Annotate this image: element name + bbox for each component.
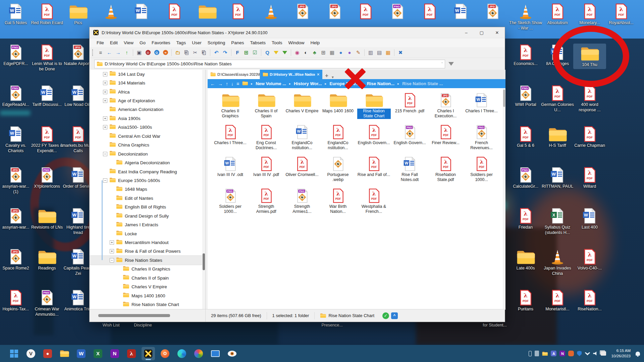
expand-icon[interactable]: + [103, 116, 107, 121]
find-button[interactable]: Q [263, 49, 271, 57]
back-button[interactable]: ← [105, 49, 113, 57]
desktop-icon-jpg[interactable]: JPG [476, 3, 509, 19]
breadcrumb-item-new-volume[interactable]: New Volume ... [256, 81, 286, 86]
desktop-icon-syllabus-quiz-students-h[interactable]: XSyllabus Quiz (students H... [541, 207, 574, 235]
file-item-charles-i-three[interactable]: WCharles I Three... [464, 92, 499, 123]
tree-item-asia1500-1800s[interactable]: +Asia1500- 1800s [90, 123, 205, 132]
desktop-icon-pdf[interactable]: λPDF [158, 3, 191, 19]
desktop-icon-folder[interactable] [191, 3, 224, 19]
taskbar-word-icon[interactable]: W [74, 347, 88, 360]
file-item-rise-fall-notes-odt[interactable]: WRise Fall Notes.odt [392, 155, 428, 187]
file-item-soldiers-per-1000[interactable]: λPDFSoldiers per 1000... [464, 155, 499, 187]
tree-item-charles-ii-of-spain[interactable]: Charles II of Spain [90, 274, 205, 282]
tools-wrench-button[interactable]: ✖ [396, 49, 405, 57]
menu-tabsets[interactable]: Tabsets [247, 39, 269, 47]
file-item-rise-and-fall-of[interactable]: λPDFRise and Fall of... [356, 155, 392, 187]
tree-item-rise-fall-of-great-powers[interactable]: +Rise & Fall of Great Powers [90, 247, 205, 256]
desktop-icon-last-400[interactable]: WLast 400 [573, 207, 606, 230]
brush-button[interactable]: ✎ [354, 49, 362, 57]
desktop-icon-calculategr[interactable]: PNGCalculateGr... [509, 166, 542, 189]
forward-button[interactable]: → [114, 49, 122, 57]
forward-icon[interactable]: → [218, 81, 223, 86]
tree-item-american-colonization[interactable]: American Colonization [90, 105, 205, 114]
close-button[interactable]: ✕ [489, 27, 505, 38]
orb-blue-button[interactable]: ● [337, 49, 345, 57]
desktop-icon-puritans[interactable]: λPDFPuritans [509, 289, 542, 312]
taskbar-onenote-icon[interactable]: N [108, 347, 121, 360]
file-item-strength-armies-pdf[interactable]: λPDFStrength Armies.pdf [248, 187, 284, 219]
tree-item-104-last-day[interactable]: +104 Last Day [90, 70, 205, 78]
taskbar-v-app-icon[interactable]: V [24, 347, 38, 360]
file-item-charles-ii-of-spain[interactable]: Charles II of Spain [248, 92, 284, 123]
desktop-icon-crimean-war-ammunitio[interactable]: PNGCrimean War Ammunitio... [31, 289, 63, 317]
tab-close-icon[interactable]: ✕ [317, 72, 320, 77]
menu-help[interactable]: Help [308, 39, 323, 47]
desktop-icon-png[interactable]: PNG [381, 3, 414, 19]
menu-view[interactable]: View [121, 39, 137, 47]
desktop-icon-rittman-paul[interactable]: WRITTMAN, PAUL [541, 166, 574, 189]
file-item-maps-1400-1600[interactable]: Maps 1400 1600 [320, 92, 356, 123]
tab-list-dropdown-icon[interactable]: ▼ [331, 75, 336, 79]
expand-icon[interactable]: + [110, 249, 114, 253]
desktop-icon-word[interactable]: W [444, 3, 477, 19]
tray-app-a-icon[interactable]: A [551, 350, 556, 357]
tray-onenote-tray-icon[interactable]: N [559, 350, 565, 357]
desktop-icon-space-rome2[interactable]: JPGSpace Rome2 [0, 248, 32, 271]
address-input[interactable]: D:\History World Civ B\Europe 1500s-1600… [94, 60, 445, 68]
desktop-icon-japan-invades-china[interactable]: Japan Invades China [541, 248, 574, 276]
back-icon[interactable]: ← [210, 81, 215, 86]
paste-button[interactable]: ⎗ [200, 49, 208, 57]
expand-icon[interactable]: + [103, 99, 107, 103]
desktop-icon-pdf[interactable]: λPDF [413, 3, 446, 19]
file-item-charles-v-empire[interactable]: Charles V Empire [284, 92, 320, 123]
file-item-charles-i-execution[interactable]: JPGCharles I Execution... [428, 92, 464, 123]
taskbar-clock[interactable]: 6:15 AM 10/26/2023 [611, 348, 631, 359]
desktop-icon-edgereadal[interactable]: PNGEdgeReadAl... [0, 84, 32, 108]
desktop-icon-absolutism[interactable]: λPDFAbsolutism [541, 3, 574, 26]
collapse-icon[interactable]: − [103, 152, 107, 156]
tree-item-charles-ii-graphics[interactable]: Charles II Graphics [90, 265, 205, 274]
tree-item-english-bill-of-rights[interactable]: English Bill of Rights [90, 203, 205, 212]
file-item-englandco-nstitution[interactable]: WEnglandCo nstitution... [284, 123, 320, 155]
taskbar-browser-orange-icon[interactable]: O [158, 347, 172, 360]
desktop-icon-pdf[interactable]: λPDF [349, 3, 382, 19]
tree-item-maps-1400-1600[interactable]: Maps 1400 1600 [90, 291, 205, 300]
menu-file[interactable]: File [94, 39, 107, 47]
desktop-icon-volvo-c40[interactable]: λPDFVolvo-C40-... [573, 248, 606, 271]
tree-horizontal-scrollbar-thumb[interactable] [98, 314, 170, 317]
layout-three-button[interactable]: ▦ [384, 49, 392, 57]
folder-tree-pane[interactable]: +104 Last Day+104 Materials+Africa+Age o… [90, 70, 206, 310]
desktop-icon-h-s-tariff[interactable]: H-S Tariff [541, 125, 574, 148]
desktop-icon-friedan[interactable]: λPDFFriedan [509, 207, 542, 230]
tree-item-africa[interactable]: +Africa [90, 87, 205, 96]
desktop-icon-gal-5-notes[interactable]: WGal 5 Notes [0, 3, 32, 26]
tree-item-locke[interactable]: Locke [90, 229, 205, 238]
tree-item-asia-1900s[interactable]: +Asia 1900s [90, 114, 205, 123]
tray-folder-sync-icon[interactable] [542, 350, 548, 357]
taskbar-eye-app-icon[interactable] [225, 347, 239, 360]
tray-wifi-icon[interactable] [585, 350, 590, 357]
desktop-icon-monetaristl[interactable]: λPDFMonetaristl... [541, 289, 574, 312]
desktop-icon-monetary[interactable]: λPDFMonetary... [573, 3, 606, 26]
file-item-ivan-iii-iv-odt[interactable]: WIvan III IV .odt [212, 155, 248, 187]
desktop-icon-wwi-portal[interactable]: PNGWWI Portal [509, 84, 542, 108]
desktop-icon-jpg[interactable]: JPG [318, 3, 351, 19]
status-up-icon[interactable]: ^ [391, 312, 398, 319]
tray-folders-icon[interactable] [601, 350, 606, 357]
tray-defender-icon[interactable] [577, 350, 582, 357]
filter-yellow-button[interactable] [272, 49, 280, 57]
collapse-icon[interactable]: − [103, 178, 107, 183]
copy-button[interactable]: ⎘ [182, 49, 191, 57]
menu-tags[interactable]: Tags [173, 39, 189, 47]
tree-button[interactable]: ♣ [311, 49, 319, 57]
desktop-icon-assyrian-war-1[interactable]: JPGassyrian-war... (1) [0, 166, 32, 194]
desktop-icon-word[interactable]: W [125, 3, 158, 19]
tree-item-central-am-cold-war[interactable]: Central Am Cold War [90, 132, 205, 140]
file-item-war-birth-nation[interactable]: λPDFWar Birth Nation... [320, 187, 356, 219]
taskbar-xyplorer-icon[interactable] [142, 347, 155, 360]
menu-panes[interactable]: Panes [228, 39, 247, 47]
undo-button[interactable]: ↶ [212, 49, 220, 57]
tray-paint-hex-icon[interactable] [568, 350, 574, 357]
desktop-icon-lenin-what-is-to-be-done[interactable]: λPDFLenin What is to be Done [31, 44, 63, 72]
tree-item-east-india-company-reading[interactable]: East India Company Reading [90, 167, 205, 176]
